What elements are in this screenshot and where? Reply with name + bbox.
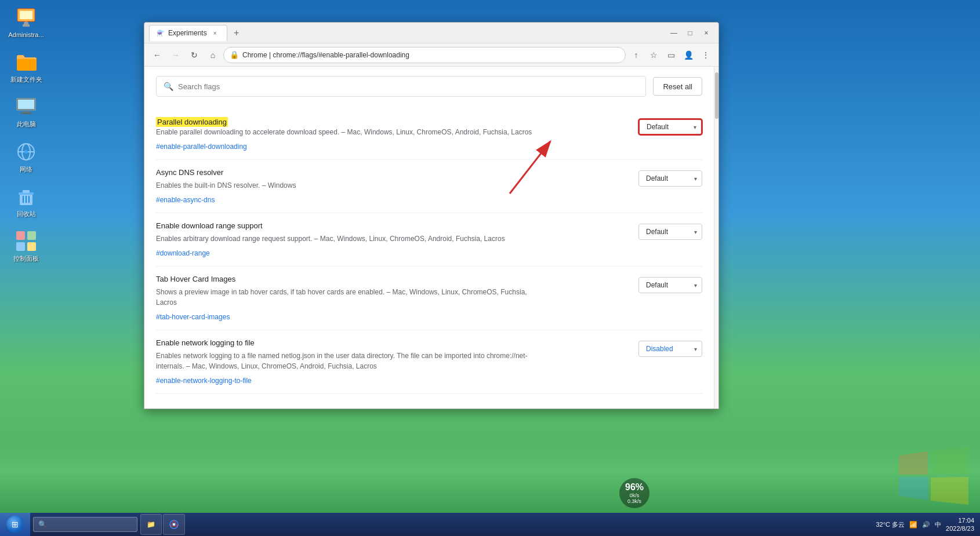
flag-desc-network-logging: Enables network logging to a file named … xyxy=(156,351,549,371)
reset-all-button[interactable]: Reset all xyxy=(653,77,702,96)
share-button[interactable]: ↑ xyxy=(628,47,644,63)
flag-item-async-dns: Async DNS resolver Enables the built-in … xyxy=(156,160,702,213)
content-area: 🔍 Reset all Parallel downloading Enable … xyxy=(144,67,718,409)
refresh-button[interactable]: ↻ xyxy=(186,47,202,63)
nav-action-buttons: ↑ ☆ ▭ 👤 ⋮ xyxy=(628,47,714,63)
start-button[interactable] xyxy=(0,513,30,536)
flag-dropdown-async-dns[interactable]: Default ▾ xyxy=(638,170,702,187)
browser-tab-experiments[interactable]: ⚗️ Experiments × xyxy=(149,25,227,41)
flag-control-async-dns: Default ▾ xyxy=(638,170,702,187)
profile-button[interactable]: 👤 xyxy=(680,47,696,63)
flag-desc-tab-hover-cards: Shows a preview image in tab hover cards… xyxy=(156,287,549,308)
scrollbar[interactable] xyxy=(714,67,718,409)
svg-rect-18 xyxy=(16,231,25,240)
sidebar-button[interactable]: ▭ xyxy=(663,47,679,63)
net-speed-up: 0k/s xyxy=(630,493,640,498)
window-maximize-button[interactable]: □ xyxy=(683,25,698,41)
desktop-icon-control-panel[interactable]: 控制面板 xyxy=(6,229,46,262)
start-orb-icon xyxy=(6,516,24,533)
address-path: chrome://flags/#enable-parallel-download… xyxy=(273,51,409,59)
desktop-icon-admin[interactable]: Administra... xyxy=(6,6,46,39)
svg-rect-14 xyxy=(23,190,30,193)
desktop-icon-recycle[interactable]: 回收站 xyxy=(6,185,46,218)
navigation-bar: ← → ↻ ⌂ 🔒 Chrome | chrome://flags/#enabl… xyxy=(144,43,718,67)
svg-marker-23 xyxy=(931,447,968,475)
home-button[interactable]: ⌂ xyxy=(205,47,221,63)
window-minimize-button[interactable]: — xyxy=(666,25,681,41)
search-box[interactable]: 🔍 xyxy=(156,76,646,97)
taskbar-tray: 32°C 多云 📶 🔊 中 17:04 2022/8/23 xyxy=(870,516,980,533)
flag-control-tab-hover-cards: Default ▾ xyxy=(638,277,702,293)
flag-link-tab-hover-cards[interactable]: #tab-hover-card-images xyxy=(156,313,230,321)
window-close-button[interactable]: × xyxy=(699,25,714,41)
svg-rect-3 xyxy=(23,24,30,27)
recycle-icon xyxy=(14,185,38,208)
svg-rect-20 xyxy=(16,242,25,251)
svg-marker-24 xyxy=(899,477,928,500)
new-folder-label: 新建文件夹 xyxy=(10,76,42,83)
flag-row-network-logging: Enable network logging to file Enables n… xyxy=(156,338,702,385)
flag-row-async-dns: Async DNS resolver Enables the built-in … xyxy=(156,168,702,205)
flag-text-parallel-downloading: Parallel downloading Enable parallel dow… xyxy=(156,116,549,151)
flag-item-parallel-downloading: Parallel downloading Enable parallel dow… xyxy=(156,108,702,160)
flag-desc-download-range: Enables arbitrary download range request… xyxy=(156,234,549,244)
svg-point-11 xyxy=(24,150,28,154)
desktop-icon-new-folder[interactable]: 新建文件夹 xyxy=(6,50,46,83)
flag-link-download-range[interactable]: #download-range xyxy=(156,249,210,257)
taskbar-chrome[interactable] xyxy=(163,514,185,535)
flag-dropdown-parallel-downloading[interactable]: Default ▾ xyxy=(638,119,702,135)
dropdown-arrow-icon-tab-hover-cards: ▾ xyxy=(694,282,697,289)
desktop-grass xyxy=(0,443,980,513)
tray-time-value: 17:04 xyxy=(946,516,974,524)
recycle-label: 回收站 xyxy=(17,210,36,218)
flag-link-network-logging[interactable]: #enable-network-logging-to-file xyxy=(156,377,252,385)
svg-rect-21 xyxy=(27,242,36,251)
flag-dropdown-network-logging[interactable]: Disabled ▾ xyxy=(638,341,702,357)
flag-desc-parallel-downloading: Enable parallel downloading to accelerat… xyxy=(156,127,549,137)
menu-button[interactable]: ⋮ xyxy=(698,47,714,63)
taskbar-pinned-items: 📁 xyxy=(140,514,870,535)
computer-icon xyxy=(14,95,38,118)
flag-dropdown-tab-hover-cards[interactable]: Default ▾ xyxy=(638,277,702,293)
flag-title-async-dns: Async DNS resolver xyxy=(156,168,549,177)
search-input[interactable] xyxy=(178,82,638,91)
control-panel-icon xyxy=(14,229,38,253)
windows-logo xyxy=(899,447,968,507)
taskbar: 🔍 📁 32°C 多云 📶 🔊 中 17:04 2022/8/23 xyxy=(0,513,980,536)
control-panel-label: 控制面板 xyxy=(13,255,39,262)
secure-icon: 🔒 xyxy=(230,50,239,59)
svg-rect-19 xyxy=(27,231,36,240)
folder-icon xyxy=(14,50,38,74)
flag-link-parallel-downloading[interactable]: #enable-parallel-downloading xyxy=(156,143,247,151)
bookmark-button[interactable]: ☆ xyxy=(645,47,662,63)
computer-label: 此电脑 xyxy=(17,121,36,128)
scrollbar-thumb[interactable] xyxy=(715,72,718,119)
forward-button[interactable]: → xyxy=(168,47,184,63)
desktop-icon-network[interactable]: 网络 xyxy=(6,140,46,173)
svg-rect-7 xyxy=(20,112,32,114)
browser-window: ⚗️ Experiments × + — □ × ← → ↻ ⌂ 🔒 Chrom… xyxy=(144,22,719,409)
tray-input-icon: 中 xyxy=(935,520,941,529)
new-tab-button[interactable]: + xyxy=(228,25,245,41)
address-bar[interactable]: 🔒 Chrome | chrome://flags/#enable-parall… xyxy=(223,47,626,63)
desktop-icon-computer[interactable]: 此电脑 xyxy=(6,95,46,128)
flag-control-parallel-downloading: Default ▾ xyxy=(638,119,702,135)
address-domain: Chrome xyxy=(242,51,267,59)
back-button[interactable]: ← xyxy=(149,47,165,63)
flag-dropdown-download-range[interactable]: Default ▾ xyxy=(638,224,702,240)
taskbar-search[interactable]: 🔍 xyxy=(33,517,137,532)
tray-sound-icon: 🔊 xyxy=(922,521,930,528)
flags-main-content[interactable]: 🔍 Reset all Parallel downloading Enable … xyxy=(144,67,714,409)
address-text: Chrome | chrome://flags/#enable-parallel… xyxy=(242,51,409,59)
flag-title-network-logging: Enable network logging to file xyxy=(156,338,549,347)
svg-marker-22 xyxy=(899,451,928,475)
flag-title-tab-hover-cards: Tab Hover Card Images xyxy=(156,275,549,283)
tab-close-button[interactable]: × xyxy=(210,28,220,38)
taskbar-file-manager[interactable]: 📁 xyxy=(140,514,162,535)
flag-control-download-range: Default ▾ xyxy=(638,224,702,240)
flag-link-async-dns[interactable]: #enable-async-dns xyxy=(156,196,215,204)
dropdown-arrow-icon-download-range: ▾ xyxy=(694,229,697,235)
svg-point-30 xyxy=(173,523,175,526)
flag-text-network-logging: Enable network logging to file Enables n… xyxy=(156,338,549,385)
flag-row-parallel-downloading: Parallel downloading Enable parallel dow… xyxy=(156,116,702,151)
